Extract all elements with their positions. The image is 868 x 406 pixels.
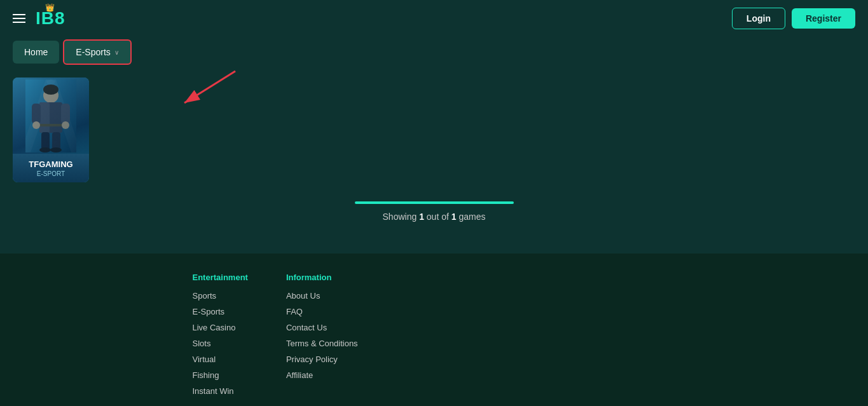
- hamburger-menu[interactable]: [13, 14, 25, 23]
- header: 👑 IB8 Login Register: [0, 0, 868, 37]
- nav-home[interactable]: Home: [13, 41, 59, 64]
- footer-link-instant-win[interactable]: Instant Win: [193, 386, 248, 396]
- footer-content: Entertainment Sports E-Sports Live Casin…: [193, 273, 676, 402]
- footer-link-virtual[interactable]: Virtual: [193, 355, 248, 364]
- nav-esports[interactable]: E-Sports ∨: [63, 39, 131, 65]
- games-grid: TFGAMING E-SPORT: [13, 78, 855, 182]
- footer-link-esports[interactable]: E-Sports: [193, 307, 248, 316]
- footer-link-about-us[interactable]: About Us: [286, 291, 358, 301]
- logo-crown: 👑: [45, 3, 55, 12]
- game-card-image: [13, 78, 89, 154]
- footer-entertainment-title: Entertainment: [193, 273, 248, 282]
- register-button[interactable]: Register: [792, 8, 855, 29]
- footer-link-privacy[interactable]: Privacy Policy: [286, 355, 358, 364]
- progress-bar-fill: [355, 201, 514, 204]
- footer-link-fishing[interactable]: Fishing: [193, 370, 248, 380]
- header-left: 👑 IB8: [13, 8, 65, 29]
- footer-information-title: Information: [286, 273, 358, 282]
- logo: 👑 IB8: [36, 8, 65, 29]
- game-card-subtitle: E-SPORT: [37, 170, 65, 177]
- game-card-info: TFGAMING E-SPORT: [13, 154, 89, 182]
- progress-section: Showing 1 out of 1 games: [13, 201, 855, 222]
- footer-link-sports[interactable]: Sports: [193, 291, 248, 301]
- progress-bar-container: [355, 201, 514, 204]
- game-card-tfgaming[interactable]: TFGAMING E-SPORT: [13, 78, 89, 182]
- chevron-down-icon: ∨: [114, 49, 119, 56]
- footer: Entertainment Sports E-Sports Live Casin…: [0, 254, 868, 406]
- footer-link-terms[interactable]: Terms & Conditions: [286, 339, 358, 348]
- progress-text: Showing 1 out of 1 games: [383, 212, 486, 222]
- game-card-title: TFGAMING: [29, 159, 72, 169]
- footer-link-contact-us[interactable]: Contact Us: [286, 323, 358, 332]
- footer-entertainment: Entertainment Sports E-Sports Live Casin…: [193, 273, 248, 402]
- footer-link-slots[interactable]: Slots: [193, 339, 248, 348]
- footer-information: Information About Us FAQ Contact Us Term…: [286, 273, 358, 402]
- footer-link-live-casino[interactable]: Live Casino: [193, 323, 248, 332]
- login-button[interactable]: Login: [732, 8, 785, 29]
- footer-link-affiliate[interactable]: Affiliate: [286, 370, 358, 380]
- main-content: TFGAMING E-SPORT Showing 1 out of 1 game…: [0, 65, 868, 241]
- card-overlay: [13, 78, 89, 154]
- header-right: Login Register: [732, 8, 855, 29]
- footer-link-faq[interactable]: FAQ: [286, 307, 358, 316]
- nav-esports-label: E-Sports: [76, 47, 110, 57]
- nav: Home E-Sports ∨: [0, 39, 868, 65]
